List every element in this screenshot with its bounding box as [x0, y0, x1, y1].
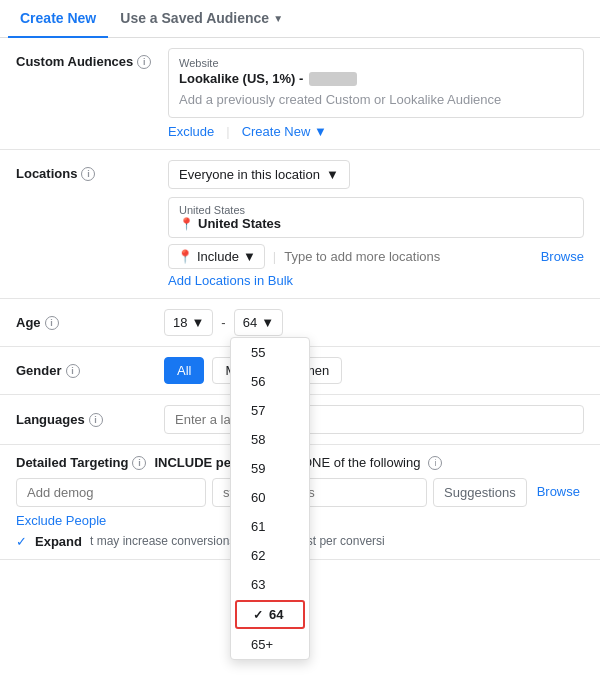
- locations-field: Everyone in this location ▼ United State…: [168, 160, 584, 288]
- chevron-down-icon-age-min: ▼: [191, 315, 204, 330]
- age-option-55[interactable]: 55: [231, 338, 309, 367]
- info-icon-locations[interactable]: i: [81, 167, 95, 181]
- include-prefix-text: INCLUDE pe: [154, 455, 231, 470]
- age-option-65plus[interactable]: 65+: [231, 630, 309, 659]
- tabs-bar: Create New Use a Saved Audience ▼: [0, 0, 600, 38]
- language-input[interactable]: [164, 405, 584, 434]
- detailed-targeting-label: Detailed Targeting i: [16, 455, 146, 470]
- exclude-link[interactable]: Exclude: [168, 124, 214, 139]
- age-dropdown: 55 56 57 58 59 60 61 62 63 ✓ 64 65+: [230, 337, 310, 660]
- age-option-59[interactable]: 59: [231, 454, 309, 483]
- age-option-62[interactable]: 62: [231, 541, 309, 570]
- custom-audiences-row: Custom Audiences i Website Lookalike (US…: [0, 38, 600, 150]
- age-option-60[interactable]: 60: [231, 483, 309, 512]
- tab-create-new[interactable]: Create New: [8, 0, 108, 38]
- age-max-select[interactable]: 64 ▼: [234, 309, 283, 336]
- custom-audiences-field: Website Lookalike (US, 1%) - ■■■■■■ Add …: [168, 48, 584, 139]
- audience-placeholder: Add a previously created Custom or Looka…: [179, 86, 573, 109]
- custom-audiences-label: Custom Audiences i: [16, 48, 156, 69]
- browse-locations-button[interactable]: Browse: [541, 249, 584, 264]
- browse-detailed-button[interactable]: Browse: [533, 478, 584, 507]
- country-name: 📍 United States: [179, 216, 573, 231]
- locations-label: Locations i: [16, 160, 156, 181]
- chevron-down-icon-age-max: ▼: [261, 315, 274, 330]
- info-icon-one-of[interactable]: i: [428, 456, 442, 470]
- blurred-audience-text: ■■■■■■: [309, 72, 357, 86]
- website-label: Website: [179, 57, 573, 69]
- info-icon-detailed[interactable]: i: [132, 456, 146, 470]
- tab-use-saved[interactable]: Use a Saved Audience ▼: [108, 0, 295, 38]
- info-icon-languages[interactable]: i: [89, 413, 103, 427]
- pin-icon-small: 📍: [177, 249, 193, 264]
- include-button[interactable]: 📍 Include ▼: [168, 244, 265, 269]
- chevron-down-icon-location: ▼: [326, 167, 339, 182]
- location-search-input[interactable]: [284, 249, 532, 264]
- info-icon-age[interactable]: i: [45, 316, 59, 330]
- age-dash: -: [221, 315, 225, 330]
- expand-label: Expand: [35, 534, 82, 549]
- audience-box: Website Lookalike (US, 1%) - ■■■■■■ Add …: [168, 48, 584, 118]
- chevron-down-icon: ▼: [273, 13, 283, 24]
- location-box: United States 📍 United States: [168, 197, 584, 238]
- include-row: 📍 Include ▼ | Browse: [168, 244, 584, 269]
- check-icon: ✓: [253, 608, 263, 622]
- info-icon-gender[interactable]: i: [66, 364, 80, 378]
- age-min-select[interactable]: 18 ▼: [164, 309, 213, 336]
- chevron-down-icon-small: ▼: [314, 124, 327, 139]
- age-option-63[interactable]: 63: [231, 570, 309, 599]
- country-label: United States: [179, 204, 573, 216]
- expand-check-icon: ✓: [16, 534, 27, 549]
- age-option-61[interactable]: 61: [231, 512, 309, 541]
- audience-item: Lookalike (US, 1%) - ■■■■■■: [179, 71, 573, 86]
- gender-label: Gender i: [16, 363, 156, 378]
- age-option-57[interactable]: 57: [231, 396, 309, 425]
- create-new-link[interactable]: Create New ▼: [242, 124, 327, 139]
- info-icon-audiences[interactable]: i: [137, 55, 151, 69]
- age-label: Age i: [16, 315, 156, 330]
- chevron-down-icon-include: ▼: [243, 249, 256, 264]
- pin-icon: 📍: [179, 217, 194, 231]
- suggestions-button[interactable]: Suggestions: [433, 478, 527, 507]
- exclude-people-link[interactable]: Exclude People: [16, 513, 106, 528]
- gender-all-button[interactable]: All: [164, 357, 204, 384]
- age-option-64-selected[interactable]: ✓ 64: [235, 600, 305, 629]
- age-option-58[interactable]: 58: [231, 425, 309, 454]
- demographics-input[interactable]: [16, 478, 206, 507]
- age-row: Age i 18 ▼ - 64 ▼ 55 56 57 58 59 60 61 6…: [0, 299, 600, 347]
- languages-label: Languages i: [16, 412, 156, 427]
- location-type-dropdown[interactable]: Everyone in this location ▼: [168, 160, 350, 189]
- age-option-56[interactable]: 56: [231, 367, 309, 396]
- add-bulk-link[interactable]: Add Locations in Bulk: [168, 273, 293, 288]
- locations-row: Locations i Everyone in this location ▼ …: [0, 150, 600, 299]
- audience-links: Exclude | Create New ▼: [168, 124, 584, 139]
